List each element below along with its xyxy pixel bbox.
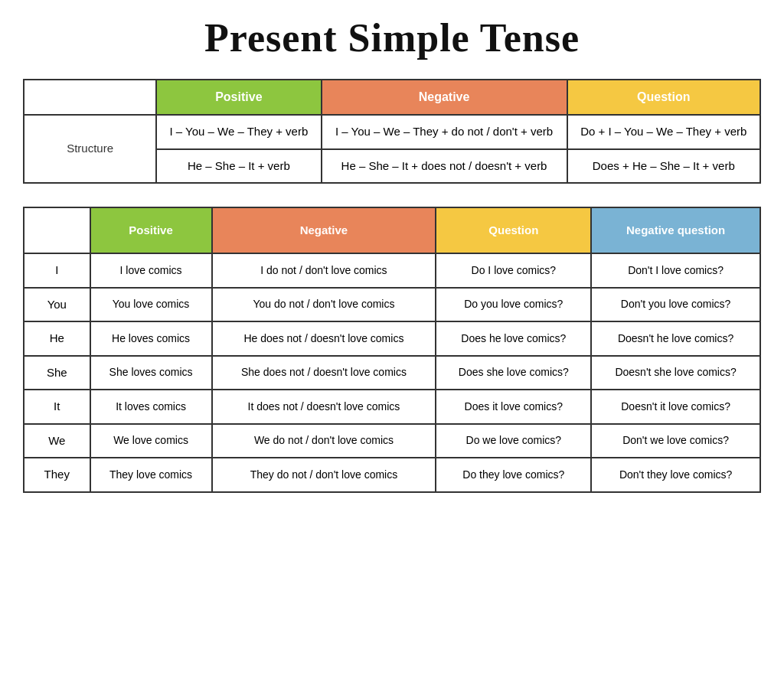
row-neg-question: Doesn't she love comics? (591, 356, 760, 390)
row-negative: It does not / doesn't love comics (212, 390, 436, 424)
examples-neg-question-header: Negative question (591, 207, 760, 253)
row-positive: He loves comics (90, 321, 212, 356)
table-row: We We love comics We do not / don't love… (24, 424, 760, 458)
row-negative: She does not / doesn't love comics (212, 356, 436, 390)
table-row: She She loves comics She does not / does… (24, 356, 760, 390)
row-label: I (24, 253, 90, 288)
table-row: He He loves comics He does not / doesn't… (24, 321, 760, 356)
row-neg-question: Don't you love comics? (591, 288, 760, 322)
row-negative: They do not / don't love comics (212, 458, 436, 492)
row-neg-question: Don't we love comics? (591, 424, 760, 458)
row-label: They (24, 458, 90, 492)
table-row: You You love comics You do not / don't l… (24, 288, 760, 322)
row-label: She (24, 356, 90, 390)
structure-row-1: Structure I – You – We – They + verb I –… (24, 115, 760, 149)
examples-positive-header: Positive (90, 207, 212, 253)
structure-question-row1: Do + I – You – We – They + verb (567, 115, 760, 149)
examples-question-header: Question (436, 207, 591, 253)
row-negative: We do not / don't love comics (212, 424, 436, 458)
row-positive: She loves comics (90, 356, 212, 390)
row-positive: I love comics (90, 253, 212, 288)
row-question: Does he love comics? (436, 321, 591, 356)
row-question: Do I love comics? (436, 253, 591, 288)
row-negative: I do not / don't love comics (212, 253, 436, 288)
table-row: It It loves comics It does not / doesn't… (24, 390, 760, 424)
structure-negative-header: Negative (322, 80, 567, 115)
structure-negative-row1: I – You – We – They + do not / don't + v… (322, 115, 567, 149)
table-row: I I love comics I do not / don't love co… (24, 253, 760, 288)
examples-empty-header (24, 207, 90, 253)
structure-question-header: Question (567, 80, 760, 115)
row-label: He (24, 321, 90, 356)
row-positive: They love comics (90, 458, 212, 492)
row-positive: We love comics (90, 424, 212, 458)
structure-positive-row1: I – You – We – They + verb (156, 115, 321, 149)
row-neg-question: Don't I love comics? (591, 253, 760, 288)
structure-positive-row2: He – She – It + verb (156, 149, 321, 184)
row-question: Do we love comics? (436, 424, 591, 458)
examples-negative-header: Negative (212, 207, 436, 253)
row-negative: He does not / doesn't love comics (212, 321, 436, 356)
examples-table: Positive Negative Question Negative ques… (23, 207, 761, 493)
row-question: Does it love comics? (436, 390, 591, 424)
page-title: Present Simple Tense (23, 15, 761, 60)
row-neg-question: Doesn't he love comics? (591, 321, 760, 356)
row-question: Do they love comics? (436, 458, 591, 492)
row-negative: You do not / don't love comics (212, 288, 436, 322)
row-question: Do you love comics? (436, 288, 591, 322)
table-row: They They love comics They do not / don'… (24, 458, 760, 492)
row-question: Does she love comics? (436, 356, 591, 390)
row-neg-question: Doesn't it love comics? (591, 390, 760, 424)
structure-table: Positive Negative Question Structure I –… (23, 79, 761, 184)
row-positive: It loves comics (90, 390, 212, 424)
row-label: You (24, 288, 90, 322)
structure-negative-row2: He – She – It + does not / doesn't + ver… (322, 149, 567, 184)
structure-positive-header: Positive (156, 80, 321, 115)
row-label: We (24, 424, 90, 458)
structure-question-row2: Does + He – She – It + verb (567, 149, 760, 184)
row-positive: You love comics (90, 288, 212, 322)
structure-label: Structure (24, 115, 156, 183)
row-neg-question: Don't they love comics? (591, 458, 760, 492)
row-label: It (24, 390, 90, 424)
